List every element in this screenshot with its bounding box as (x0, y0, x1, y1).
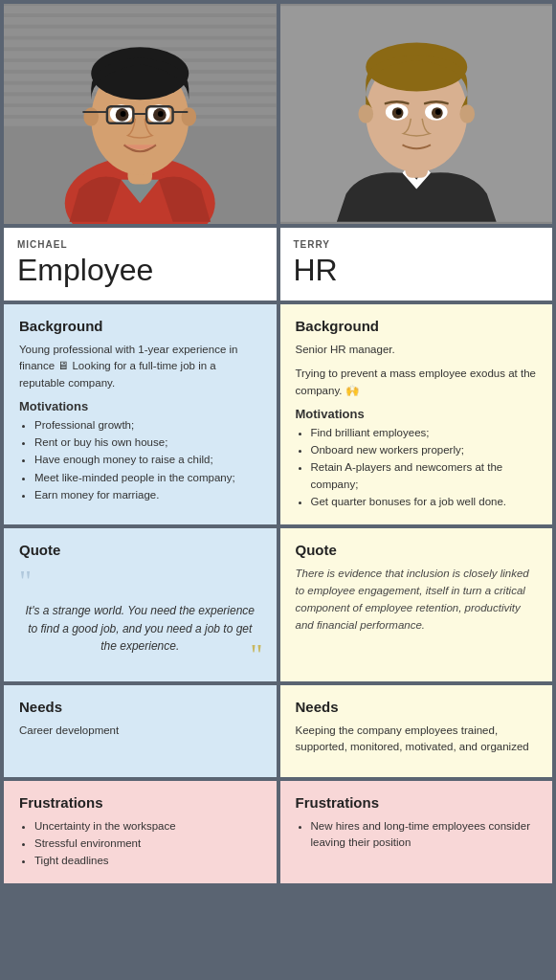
michael-motivations-heading: Motivations (19, 399, 261, 413)
michael-frustrations-heading: Frustrations (19, 794, 261, 811)
michael-close-quote-mark: " (250, 639, 262, 670)
list-item: Professional growth; (34, 417, 261, 434)
list-item: Uncertainty in the workspace (34, 818, 261, 835)
terry-name-label: TERRY (294, 239, 540, 250)
terry-role-title: HR (294, 254, 540, 287)
terry-quote-text: There is evidence that inclusion is clos… (296, 566, 538, 634)
terry-needs-heading: Needs (296, 699, 538, 715)
terry-motivations-heading: Motivations (296, 407, 538, 421)
michael-photo-svg (4, 4, 277, 224)
terry-background-heading: Background (296, 318, 538, 334)
michael-background-heading: Background (19, 318, 261, 334)
terry-motivations-list: Find brilliant employees; Onboard new wo… (296, 425, 538, 510)
terry-needs-text: Keeping the company employees trained, s… (296, 723, 538, 756)
list-item: Tight deadlines (34, 853, 261, 869)
michael-quote-text: It's a strange world. You need the exper… (19, 602, 261, 656)
list-item: Earn money for marriage. (34, 487, 261, 503)
svg-rect-4 (4, 39, 277, 47)
michael-frustrations-list: Uncertainty in the workspace Stressful e… (19, 818, 261, 870)
terry-quote-section: Quote There is evidence that inclusion i… (280, 528, 553, 681)
svg-point-35 (459, 104, 475, 123)
svg-point-23 (158, 111, 164, 117)
terry-background-text: Senior HR manager. (296, 342, 538, 358)
terry-frustrations-section: Frustrations New hires and long-time emp… (280, 781, 553, 884)
svg-point-40 (395, 109, 401, 115)
michael-role-title: Employee (17, 254, 263, 287)
terry-name-cell: TERRY HR (280, 228, 553, 301)
terry-background-section: Background Senior HR manager. Trying to … (280, 304, 553, 524)
svg-point-34 (358, 104, 373, 123)
svg-rect-3 (4, 29, 277, 36)
list-item: Have enough money to raise a child; (34, 452, 261, 468)
svg-point-22 (121, 111, 126, 117)
terry-frustrations-heading: Frustrations (296, 794, 538, 811)
michael-name-cell: MICHAEL Employee (4, 228, 277, 301)
michael-needs-section: Needs Career development (4, 685, 277, 777)
list-item: Find brilliant employees; (311, 425, 538, 441)
michael-background-section: Background Young professional with 1-yea… (4, 304, 277, 524)
main-grid: MICHAEL Employee TERRY HR Background You… (0, 0, 556, 887)
terry-quote-heading: Quote (296, 542, 538, 558)
svg-rect-2 (4, 17, 277, 25)
list-item: New hires and long-time employees consid… (311, 818, 538, 852)
michael-background-text: Young professional with 1-year experienc… (19, 342, 261, 391)
michael-frustrations-section: Frustrations Uncertainty in the workspac… (4, 781, 277, 884)
list-item: Get quarter bonuses for a job well done. (311, 494, 538, 510)
terry-needs-section: Needs Keeping the company employees trai… (280, 685, 553, 777)
svg-point-41 (434, 109, 440, 115)
michael-motivations-list: Professional growth; Rent or buy his own… (19, 417, 261, 503)
list-item: Onboard new workers properly; (311, 442, 538, 458)
list-item: Retain A-players and newcomers at the co… (311, 459, 538, 493)
svg-point-16 (83, 107, 99, 126)
michael-needs-text: Career development (19, 723, 261, 739)
michael-quote-heading: Quote (19, 542, 261, 558)
terry-photo (280, 4, 553, 224)
michael-name-label: MICHAEL (17, 239, 263, 250)
svg-point-17 (181, 107, 196, 126)
list-item: Stressful environment (34, 835, 261, 852)
list-item: Rent or buy his own house; (34, 434, 261, 451)
michael-open-quote-mark: " (19, 566, 261, 596)
terry-photo-svg (280, 4, 553, 224)
terry-frustrations-list: New hires and long-time employees consid… (296, 818, 538, 852)
michael-quote-section: Quote " It's a strange world. You need t… (4, 528, 277, 681)
svg-rect-1 (4, 6, 277, 13)
michael-needs-heading: Needs (19, 699, 261, 715)
michael-photo (4, 4, 277, 224)
terry-background-text2: Trying to prevent a mass employee exodus… (296, 366, 538, 399)
list-item: Meet like-minded people in the company; (34, 470, 261, 486)
